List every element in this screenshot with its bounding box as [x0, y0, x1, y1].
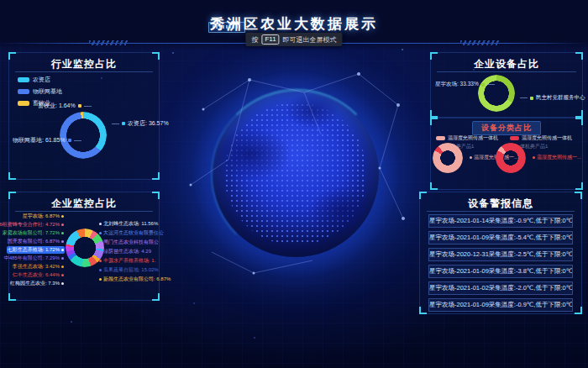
legend-swatch — [436, 136, 445, 140]
chart-label: 民主村党群服务中心 — [520, 94, 585, 102]
alarm-row[interactable]: 星宇农场-2021-01-09采集温度:-3.8℃,低于下限:0℃ — [428, 265, 573, 278]
panel-enterprise-monitor: 企业监控占比 星宇农场: 6.87% 6组蜜蜂专业合作社: 4.72% 家庭农场… — [8, 192, 160, 301]
enterprise-labels-left: 星宇农场: 6.87% 6组蜜蜂专业合作社: 4.72% 家庭农场有限公司: 7… — [11, 213, 65, 287]
chart-label: 6组蜜蜂专业合作社: 4.72% — [0, 221, 65, 229]
chart-label: 七彩生态养殖场: 1.72% — [7, 246, 65, 254]
alarm-row[interactable]: 星宇农场-2020-12-31采集温度:-2.5℃,低于下限:0℃ — [428, 248, 573, 261]
chart-label: 新颜生态农业有限公司: 6.87% — [98, 276, 171, 283]
chart-label: 绿荫苗生态农场: 4.29 — [98, 248, 152, 255]
legend-item[interactable]: 物联网基地 — [18, 87, 62, 96]
alarm-list: 星宇农场-2021-01-14采集温度:-0.9℃,低于下限:0℃ 星宇农场-2… — [428, 214, 573, 312]
chart-label: 仁丰生态农业: 6.44% — [12, 271, 65, 279]
chart-label: 星宇农场: 6.87% — [22, 213, 65, 220]
legend-swatch — [18, 101, 29, 106]
chart-label: 农资店: 36.57% — [112, 119, 169, 128]
title-underline — [15, 211, 153, 212]
constellation-lines — [178, 59, 413, 286]
hatch-decoration-right — [460, 40, 499, 45]
classification-left-donut[interactable] — [433, 143, 463, 173]
alarm-row[interactable]: 星宇农场-2021-01-02采集温度:-2.0℃,低于下限:0℃ — [428, 281, 573, 295]
legend-label: 温湿度光照传感一体机 — [448, 134, 498, 142]
chart-label: 畜牧业: 1.64% — [38, 102, 92, 110]
chart-label: 丰源水产养殖养殖场: 1. — [98, 257, 156, 265]
chart-label: 闸门生态农业科技有限公 — [98, 239, 160, 246]
chart-label: 星宇农场: 33.33% — [435, 81, 495, 88]
fullscreen-hint: 按 F11 即可退出全屏模式 — [245, 33, 342, 46]
legend-swatch — [18, 77, 29, 82]
panel-device-classification: 设备分类占比 温湿度光照传感一体机 一体机类产品1 温湿度光照传感一... 温湿… — [430, 118, 583, 190]
legend-swatch — [18, 89, 29, 94]
chart-label: 中485年有限公司: 7.29% — [3, 255, 65, 262]
title-underline — [437, 71, 576, 72]
page-title: 秀洲区农业大数据展示 — [0, 14, 588, 34]
chart-label: 大运河生态牧业有限责任公 — [98, 229, 165, 237]
hint-prefix: 按 — [251, 35, 258, 45]
legend-item[interactable]: 温湿度光照传感一体机 — [510, 134, 572, 142]
chart-label: 物联网基地: 61.85% — [13, 136, 81, 145]
legend-label: 温湿度光照传感一体机 — [522, 134, 572, 142]
hatch-decoration-left — [89, 40, 128, 45]
chart-label: 温湿度光照传感一... — [531, 154, 581, 161]
legend-swatch — [510, 136, 519, 140]
panel-title: 企业设备占比 — [431, 57, 582, 71]
chart-label: 国开发有限公司: 6.87% — [7, 238, 65, 245]
alarm-row[interactable]: 星宇农场-2021-01-09采集温度:-0.9℃,低于下限:0℃ — [428, 298, 573, 312]
legend-label: 农资店 — [33, 76, 50, 84]
enterprise-labels-right: 北刘蜂生态农场: 11.56% 大运河生态牧业有限责任公 闸门生态农业科技有限公… — [98, 220, 159, 283]
title-underline — [15, 71, 153, 72]
panel-title: 设备分类占比 — [472, 121, 541, 135]
chart-label: 李强生态农场: 3.42% — [12, 263, 65, 271]
legend-item[interactable]: 农资店 — [18, 76, 62, 84]
panel-title: 行业监控占比 — [9, 57, 159, 71]
alarm-row[interactable]: 星宇农场-2021-01-09采集温度:-5.4℃,低于下限:0℃ — [428, 231, 573, 244]
panel-device-ratio: 企业设备占比 星宇农场: 33.33% 民主村党群服务中心 — [430, 52, 583, 118]
chart-label: 瓜果蔬菜自留地: 15.02% — [98, 266, 160, 274]
industry-donut-chart[interactable] — [60, 112, 107, 159]
panel-alarm-info: 设备警报信息 星宇农场-2021-01-14采集温度:-0.9℃,低于下限:0℃… — [419, 192, 582, 314]
legend-item[interactable]: 温湿度光照传感一体机 — [436, 134, 498, 142]
title-underline — [427, 211, 575, 212]
f11-keycap: F11 — [261, 34, 279, 45]
chart-label: 家庭农场有限公司: 7.72% — [2, 229, 65, 237]
panel-title: 设备警报信息 — [420, 197, 581, 211]
chart-label: 北刘蜂生态农场: 11.56% — [98, 220, 159, 228]
hint-suffix: 即可退出全屏模式 — [283, 35, 337, 45]
background-stars — [0, 0, 2, 2]
alarm-row[interactable]: 星宇农场-2021-01-14采集温度:-0.9℃,低于下限:0℃ — [428, 214, 573, 228]
panel-title: 企业监控占比 — [9, 197, 159, 211]
panel-industry-monitor: 行业监控占比 农资店 物联网基地 畜牧业 畜牧业: 1.64% 农资店: 36.… — [8, 52, 160, 180]
chart-label: 红梅园生态农业: 7.3% — [9, 280, 65, 287]
legend-label: 物联网基地 — [33, 87, 62, 96]
classification-right-donut[interactable] — [496, 143, 526, 173]
